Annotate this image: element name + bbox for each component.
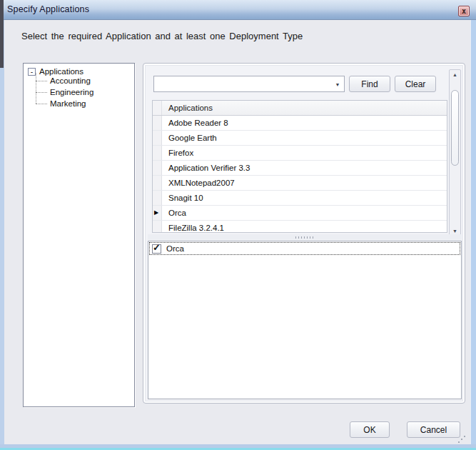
- cancel-button[interactable]: Cancel: [407, 421, 460, 438]
- grid-row[interactable]: Firefox: [153, 146, 447, 161]
- row-header-cell: [153, 191, 162, 205]
- application-name-cell: Orca: [162, 206, 447, 220]
- grid-row[interactable]: Application Verifier 3.3: [153, 161, 447, 176]
- scroll-down-icon[interactable]: ▼: [450, 229, 460, 234]
- application-name-cell: FileZilla 3.2.4.1: [162, 221, 447, 233]
- collapse-icon[interactable]: -: [28, 68, 36, 76]
- tree-children: AccountingEngineeringMarketing: [36, 75, 134, 109]
- grid-row[interactable]: Snagit 10: [153, 191, 447, 206]
- row-header-cell: [153, 221, 162, 233]
- application-name-cell: Application Verifier 3.3: [162, 161, 447, 175]
- row-header-cell: [153, 116, 162, 130]
- instruction-text: Select the required Application and at l…: [21, 31, 303, 41]
- combobox-dropdown-button[interactable]: ▼: [331, 76, 344, 91]
- application-name-cell: XMLNotepad2007: [162, 176, 447, 190]
- deployment-type-label: Orca: [166, 244, 184, 253]
- checkbox-checked[interactable]: ✓: [152, 244, 161, 254]
- application-name-cell: Google Earth: [162, 131, 447, 145]
- grid-column-header: Applications: [162, 101, 447, 115]
- tree-node-marketing[interactable]: Marketing: [36, 98, 134, 109]
- check-icon: ✓: [153, 242, 161, 253]
- window-border-left-dark: [0, 0, 4, 68]
- window-border-left: [0, 20, 4, 448]
- application-name-cell: Snagit 10: [162, 191, 447, 205]
- find-button[interactable]: Find: [349, 76, 390, 92]
- row-header-cell: [153, 161, 162, 175]
- vertical-scrollbar[interactable]: ▲ ▼: [449, 69, 461, 236]
- deployment-type-list: ✓Orca: [148, 241, 462, 399]
- specify-applications-dialog: Specify Applications x Select the requir…: [0, 0, 476, 450]
- resize-grip[interactable]: [457, 429, 466, 438]
- application-name-cell: Adobe Reader 8: [162, 116, 447, 130]
- splitter-handle[interactable]: [148, 234, 462, 240]
- row-header-cell: [153, 176, 162, 190]
- window-border-right: [470, 20, 476, 448]
- row-selector-icon: ▶: [154, 209, 158, 216]
- tree-node-engineering[interactable]: Engineering: [36, 86, 134, 98]
- applications-selector-panel: ▼ Find Clear ▲ ▼ Applications Adobe Read…: [143, 63, 465, 404]
- applications-grid: Applications Adobe Reader 8Google EarthF…: [152, 100, 447, 233]
- grid-row[interactable]: FileZilla 3.2.4.1: [153, 221, 447, 233]
- grid-body: Adobe Reader 8Google EarthFirefoxApplica…: [153, 116, 447, 233]
- window-title: Specify Applications: [7, 4, 89, 14]
- clear-button[interactable]: Clear: [395, 76, 436, 92]
- ok-button[interactable]: OK: [350, 421, 390, 438]
- row-selector-cell: ▶: [153, 206, 162, 220]
- row-header-cell: [153, 146, 162, 160]
- grid-header-row: Applications: [153, 101, 447, 116]
- close-button[interactable]: x: [458, 6, 470, 16]
- grid-row[interactable]: XMLNotepad2007: [153, 176, 447, 191]
- tree-node-accounting[interactable]: Accounting: [36, 75, 134, 86]
- tree-node-label: Engineering: [50, 88, 93, 96]
- splitter-grip-icon: [295, 236, 314, 239]
- grid-row[interactable]: Google Earth: [153, 131, 447, 146]
- scroll-up-icon[interactable]: ▲: [450, 72, 460, 77]
- close-icon: x: [459, 6, 469, 16]
- titlebar: Specify Applications x: [0, 0, 476, 20]
- applications-tree-panel: - Applications AccountingEngineeringMark…: [23, 63, 135, 407]
- chevron-down-icon: ▼: [335, 82, 340, 87]
- row-header-cell: [153, 131, 162, 145]
- tree-node-label: Marketing: [50, 99, 86, 108]
- grid-row[interactable]: Adobe Reader 8: [153, 116, 447, 131]
- scrollbar-thumb[interactable]: [451, 90, 459, 166]
- application-name-cell: Firefox: [162, 146, 447, 160]
- tree-node-applications[interactable]: - Applications: [24, 64, 134, 75]
- grid-corner-cell: [153, 101, 162, 115]
- search-combobox[interactable]: ▼: [153, 76, 345, 92]
- tree-node-label: Accounting: [50, 76, 91, 85]
- grid-row[interactable]: ▶Orca: [153, 206, 447, 221]
- deployment-type-item[interactable]: ✓Orca: [149, 242, 460, 255]
